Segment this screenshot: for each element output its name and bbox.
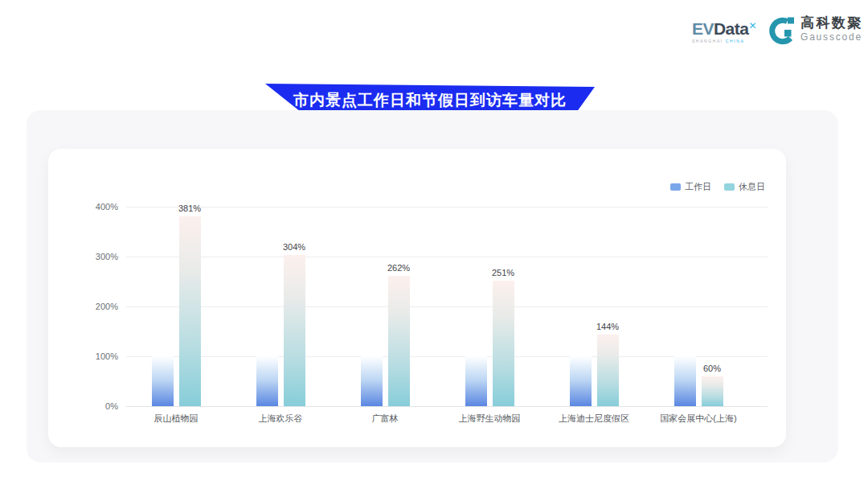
- bar-休息日-辰山植物园: [179, 216, 201, 406]
- legend-item-workday[interactable]: 工作日: [670, 181, 711, 193]
- bar-group: 60%: [674, 207, 723, 406]
- bar-工作日-广富林: [361, 356, 383, 406]
- page: EVData✕ SHANGHAI CHINA 高科数聚 Gausscode 市内…: [0, 0, 868, 489]
- gausscode-g-icon: [768, 16, 796, 45]
- page-title: 市内景点工作日和节假日到访车量对比: [293, 90, 567, 113]
- bar-工作日-上海迪士尼度假区: [570, 356, 592, 406]
- value-label: 144%: [581, 322, 635, 331]
- gridline: [126, 257, 768, 257]
- evdata-logo-text: EVData✕: [692, 21, 756, 37]
- legend-item-restday[interactable]: 休息日: [724, 181, 765, 193]
- bar-休息日-广富林: [388, 276, 410, 406]
- value-label: 251%: [477, 268, 530, 277]
- bar-工作日-上海野生动物园: [465, 356, 487, 406]
- gridline: [126, 306, 768, 307]
- y-axis-tick-label: 100%: [76, 351, 118, 361]
- y-axis-tick-label: 0%: [76, 401, 118, 411]
- x-axis-category-label: 上海野生动物园: [437, 413, 542, 425]
- x-axis-category-label: 国家会展中心(上海): [646, 413, 751, 425]
- bar-group: 262%: [361, 207, 410, 406]
- evdata-logo: EVData✕ SHANGHAI CHINA: [692, 16, 756, 43]
- bar-休息日-国家会展中心(上海): [702, 376, 723, 406]
- legend-marker-workday-icon: [670, 183, 681, 191]
- x-axis-category-label: 广富林: [333, 413, 437, 425]
- plot-area: 0%100%200%300%400%381%辰山植物园304%上海欢乐谷262%…: [126, 207, 768, 406]
- chart-legend: 工作日 休息日: [670, 181, 765, 193]
- bar-休息日-上海欢乐谷: [284, 255, 305, 407]
- y-axis-tick-label: 200%: [76, 302, 118, 311]
- bar-休息日-上海迪士尼度假区: [597, 335, 619, 406]
- evdata-subtitle: SHANGHAI CHINA: [692, 39, 744, 43]
- legend-marker-restday-icon: [724, 183, 735, 191]
- evdata-ev-text: EV: [692, 19, 714, 38]
- x-axis-category-label: 上海欢乐谷: [228, 413, 333, 425]
- bar-工作日-上海欢乐谷: [256, 356, 278, 406]
- bar-group: 381%: [152, 207, 201, 406]
- value-label: 262%: [372, 263, 426, 273]
- value-label: 381%: [163, 203, 217, 213]
- legend-label-workday: 工作日: [685, 181, 711, 193]
- bar-group: 251%: [465, 207, 514, 406]
- gausscode-logo-text: 高科数聚 Gausscode: [800, 16, 863, 42]
- bar-工作日-辰山植物园: [152, 356, 174, 406]
- gausscode-cn-text: 高科数聚: [800, 16, 863, 31]
- evdata-subtitle-right: CHINA: [726, 39, 745, 43]
- bar-group: 304%: [256, 207, 305, 406]
- bar-休息日-上海野生动物园: [493, 281, 514, 406]
- x-axis-category-label: 上海迪士尼度假区: [542, 413, 646, 425]
- y-axis-tick-label: 300%: [76, 252, 118, 261]
- gridline: [126, 356, 768, 357]
- value-label: 60%: [686, 364, 739, 373]
- gridline: [126, 207, 768, 208]
- content-panel: 工作日 休息日 0%100%200%300%400%381%辰山植物园304%上…: [27, 110, 838, 462]
- evdata-subtitle-left: SHANGHAI: [692, 39, 723, 43]
- header-logos: EVData✕ SHANGHAI CHINA 高科数聚 Gausscode: [692, 16, 863, 45]
- gausscode-en-text: Gausscode: [800, 32, 863, 43]
- gausscode-logo: 高科数聚 Gausscode: [768, 16, 863, 45]
- bar-group: 144%: [570, 207, 619, 406]
- gridline: [126, 406, 768, 407]
- y-axis-tick-label: 400%: [76, 202, 118, 212]
- value-label: 304%: [268, 242, 321, 252]
- legend-label-restday: 休息日: [739, 181, 765, 193]
- chart-card: 工作日 休息日 0%100%200%300%400%381%辰山植物园304%上…: [48, 149, 786, 447]
- x-axis-category-label: 辰山植物园: [124, 413, 228, 425]
- evdata-x-icon: ✕: [748, 20, 756, 31]
- evdata-data-text: Data: [714, 19, 749, 38]
